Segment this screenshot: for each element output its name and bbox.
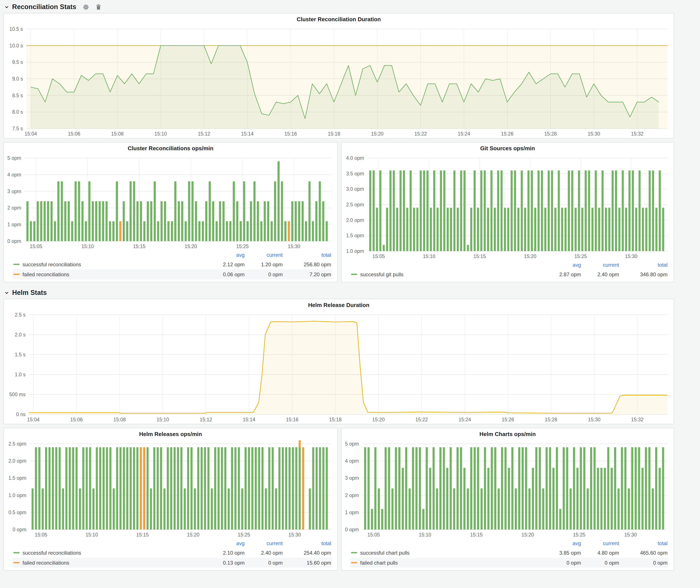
panel-cluster-reconciliations-opm: Cluster Reconciliations ops/min 5 opm4 o… <box>3 142 338 282</box>
legend-current-value: 0 opm <box>245 560 283 566</box>
svg-text:15:24: 15:24 <box>458 131 470 137</box>
legend-col-current[interactable]: current <box>581 262 619 268</box>
legend-col-avg[interactable]: avg <box>203 252 245 258</box>
legend-col-current[interactable]: current <box>245 252 283 258</box>
chart-helm-release-duration[interactable]: 2.5 s2.0 s1.5 s1.0 s500 ms0 ns15:0415:06… <box>4 311 674 424</box>
series-label[interactable]: successful reconciliations <box>23 550 81 556</box>
legend-avg-value: 0.13 opm <box>203 560 245 566</box>
svg-text:15:22: 15:22 <box>414 131 427 137</box>
panel-title-helm-releases[interactable]: Helm Releases ops/min <box>4 428 337 440</box>
section-title-reconciliation-stats[interactable]: Reconciliation Stats <box>12 3 76 11</box>
legend-col-total[interactable]: total <box>283 540 331 546</box>
series-swatch <box>351 274 357 275</box>
svg-text:0.5 opm: 0.5 opm <box>8 510 26 515</box>
svg-text:15:20: 15:20 <box>371 131 384 137</box>
section-title-helm-stats[interactable]: Helm Stats <box>12 289 47 297</box>
svg-text:15:16: 15:16 <box>284 131 297 137</box>
legend-col-avg[interactable]: avg <box>540 540 581 546</box>
series-swatch <box>351 552 357 553</box>
legend-cluster-reconciliations: avg current total successful reconciliat… <box>4 251 337 282</box>
svg-text:2.0 opm: 2.0 opm <box>8 458 26 464</box>
panel-title-git-sources[interactable]: Git Sources ops/min <box>342 142 674 155</box>
chart-helm-releases[interactable]: 2.5 opm2.0 opm1.5 opm1.0 opm0.5 opm0 opm… <box>4 440 337 539</box>
svg-text:2.5 opm: 2.5 opm <box>8 441 26 447</box>
legend-col-avg[interactable]: avg <box>203 540 245 546</box>
svg-text:8.5 s: 8.5 s <box>12 93 23 98</box>
panel-helm-release-duration: Helm Release Duration 2.5 s2.0 s1.5 s1.0… <box>3 299 674 424</box>
svg-text:15:10: 15:10 <box>85 532 98 538</box>
legend-col-avg[interactable]: avg <box>540 262 581 268</box>
legend-avg-value: 2.87 opm <box>540 271 581 277</box>
svg-text:5 opm: 5 opm <box>345 441 359 447</box>
legend-total-value: 256.80 opm <box>283 261 331 267</box>
svg-text:15:28: 15:28 <box>544 131 557 137</box>
legend-avg-value: 2.10 opm <box>203 550 245 556</box>
svg-text:1 opm: 1 opm <box>345 510 359 515</box>
legend-total-value: 0 opm <box>619 560 668 566</box>
svg-text:15:15: 15:15 <box>136 532 149 538</box>
chart-cluster-reconciliations[interactable]: 5 opm4 opm3 opm2 opm1 opm0 opm15:0515:10… <box>4 155 337 251</box>
svg-text:15:12: 15:12 <box>198 131 210 137</box>
chart-helm-charts[interactable]: 5 opm4 opm3 opm2 opm1 opm0 opm15:0515:10… <box>342 440 674 539</box>
chart-cluster-reconciliation-duration[interactable]: 10.5 s10.0 s9.5 s9.0 s8.5 s8.0 s7.5 s15:… <box>4 26 674 138</box>
panel-title-cluster-reconciliation-duration[interactable]: Cluster Reconciliation Duration <box>4 13 674 26</box>
svg-text:9.5 s: 9.5 s <box>12 59 23 65</box>
legend-current-value: 0 opm <box>581 560 619 566</box>
panel-helm-releases-opm: Helm Releases ops/min 2.5 opm2.0 opm1.5 … <box>3 428 338 571</box>
chevron-down-icon <box>4 5 9 9</box>
panel-title-helm-charts[interactable]: Helm Charts ops/min <box>342 428 674 440</box>
legend-row-failed-reconciliations: failed reconciliations 0.06 opm 0 opm 7.… <box>13 269 332 279</box>
svg-text:5 opm: 5 opm <box>7 155 21 161</box>
legend-col-total[interactable]: total <box>283 252 331 258</box>
legend-row-failed-chart-pulls: failed chart pulls 0 opm 0 opm 0 opm <box>350 558 668 568</box>
legend-col-total[interactable]: total <box>619 540 668 546</box>
svg-text:3 opm: 3 opm <box>7 189 21 194</box>
panel-git-sources-opm: Git Sources ops/min 4.0 opm3.5 opm3.0 op… <box>341 142 674 282</box>
section-header-helm-stats[interactable]: Helm Stats <box>0 286 700 299</box>
svg-text:3.5 opm: 3.5 opm <box>346 171 364 176</box>
series-label[interactable]: failed reconciliations <box>23 560 69 566</box>
svg-text:15:30: 15:30 <box>588 417 600 422</box>
svg-text:15:22: 15:22 <box>415 417 428 422</box>
svg-text:2.0 opm: 2.0 opm <box>346 217 364 223</box>
legend-helm-releases: avg current total successful reconciliat… <box>4 539 337 570</box>
legend-current-value: 1.20 opm <box>245 261 283 267</box>
panel-helm-charts-opm: Helm Charts ops/min 5 opm4 opm3 opm2 opm… <box>341 428 674 571</box>
svg-text:15:15: 15:15 <box>133 244 145 249</box>
gear-icon[interactable] <box>83 4 89 10</box>
series-swatch <box>351 562 357 563</box>
svg-text:15:15: 15:15 <box>473 254 486 259</box>
panel-title-cluster-reconciliations[interactable]: Cluster Reconciliations ops/min <box>4 142 337 155</box>
series-label[interactable]: successful reconciliations <box>23 261 81 267</box>
svg-text:15:26: 15:26 <box>502 417 514 422</box>
panel-title-helm-release-duration[interactable]: Helm Release Duration <box>4 299 674 311</box>
chart-git-sources[interactable]: 4.0 opm3.5 opm3.0 opm2.5 opm2.0 opm1.5 o… <box>342 155 674 261</box>
svg-text:15:25: 15:25 <box>238 532 250 538</box>
series-label[interactable]: successful git pulls <box>360 271 403 277</box>
legend-col-current[interactable]: current <box>581 540 619 546</box>
svg-text:8.0 s: 8.0 s <box>12 109 23 115</box>
svg-text:3.0 opm: 3.0 opm <box>346 186 364 192</box>
svg-text:0 opm: 0 opm <box>13 527 26 532</box>
svg-text:15:06: 15:06 <box>70 417 83 422</box>
series-label[interactable]: failed reconciliations <box>23 271 69 277</box>
svg-text:4 opm: 4 opm <box>7 172 21 178</box>
series-label[interactable]: failed chart pulls <box>360 560 398 566</box>
svg-text:3 opm: 3 opm <box>345 475 359 481</box>
svg-text:15:20: 15:20 <box>522 532 534 538</box>
svg-text:15:05: 15:05 <box>30 244 42 249</box>
series-label[interactable]: successful chart pulls <box>360 550 410 556</box>
section-header-reconciliation-stats[interactable]: Reconciliation Stats <box>0 0 700 13</box>
svg-text:1 opm: 1 opm <box>7 222 21 227</box>
legend-col-current[interactable]: current <box>245 540 283 546</box>
legend-header: avg current total <box>13 251 332 259</box>
svg-text:2 opm: 2 opm <box>345 493 359 498</box>
legend-helm-charts: avg current total successful chart pulls… <box>342 539 674 570</box>
legend-total-value: 346.80 opm <box>619 271 668 277</box>
legend-col-total[interactable]: total <box>619 262 668 268</box>
svg-text:15:24: 15:24 <box>458 417 471 422</box>
trash-icon[interactable] <box>96 4 101 10</box>
svg-text:1.5 s: 1.5 s <box>15 352 26 357</box>
svg-text:15:14: 15:14 <box>241 131 254 137</box>
svg-text:4 opm: 4 opm <box>345 458 359 464</box>
